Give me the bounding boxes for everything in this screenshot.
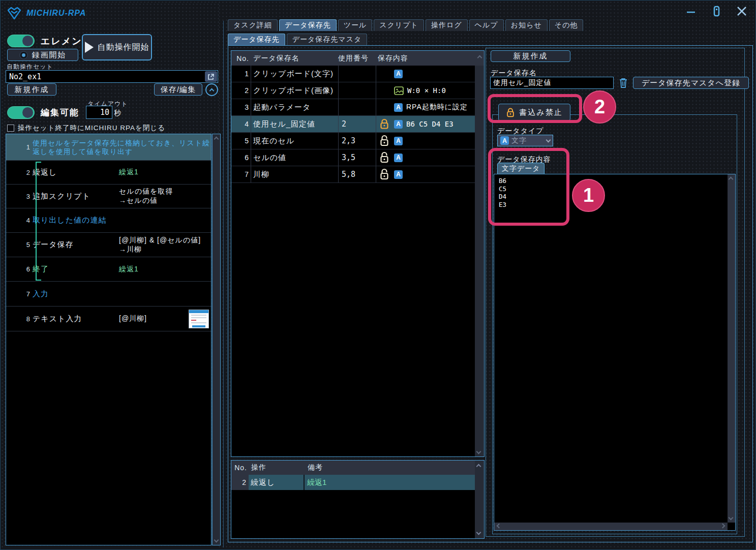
- record-radio-icon: [19, 51, 28, 59]
- datastore-row[interactable]: 6 セルの値 3,5 A: [231, 149, 475, 166]
- operations-table: No. 操作 備考 2 繰返し 繰返1: [231, 460, 485, 539]
- step-list-scrollbar[interactable]: [212, 134, 221, 545]
- operations-header: No. 操作 備考: [231, 461, 484, 475]
- tab-operation-log[interactable]: 操作ログ: [426, 19, 468, 31]
- chevron-down-icon: [546, 137, 551, 142]
- datastore-row-selected[interactable]: 4 使用セル_固定値 2 A B6 C5 D4 E3: [231, 116, 475, 133]
- step-title: 入力: [33, 289, 119, 299]
- datastore-row[interactable]: 7 川柳 5,8 A: [231, 166, 475, 183]
- operations-scrollbar[interactable]: [475, 461, 484, 538]
- step-title: テキスト入力: [33, 314, 119, 324]
- datastore-scrollbar[interactable]: [475, 66, 484, 456]
- tab-news[interactable]: お知らせ: [505, 19, 548, 31]
- content-vertical-scrollbar[interactable]: [728, 174, 735, 523]
- open-external-icon[interactable]: [205, 71, 217, 82]
- datastore-table: No. データ保存名 使用番号 保存内容 1 クリップボード(文字) A 2 ク…: [231, 50, 485, 457]
- collapse-chevron-icon[interactable]: [205, 83, 218, 96]
- timeout-input[interactable]: [86, 106, 112, 119]
- step-list: 1 使用セルをデータ保存先に格納しておき、リスト繰返しを使用して値を取り出す 2…: [6, 134, 211, 545]
- text-type-icon: A: [394, 137, 403, 145]
- tab-script[interactable]: スクリプト: [374, 19, 424, 31]
- register-master-button[interactable]: データ保存先マスタへ登録: [633, 77, 749, 89]
- step-title: 追加スクリプト: [33, 192, 119, 201]
- close-on-finish-checkbox[interactable]: [7, 125, 14, 132]
- step-note: [@川柳] & [@セルの値] →川柳: [119, 236, 211, 254]
- step-thumbnail[interactable]: [189, 310, 209, 328]
- trash-icon[interactable]: [617, 77, 629, 89]
- data-type-select[interactable]: A 文字: [497, 135, 553, 146]
- subtab-data-store-master[interactable]: データ保存先マスタ: [287, 34, 368, 45]
- step-note: 繰返1: [119, 265, 211, 274]
- app-window: MICHIRU-RPA エレメント 録画開始 自動操作開始 自動操作セット: [0, 0, 756, 550]
- tab-other[interactable]: その他: [549, 19, 584, 31]
- datastore-row[interactable]: 3 起動パラメータ A RPA起動時に設定: [231, 99, 475, 116]
- data-content-area: B6 C5 D4 E3: [494, 174, 736, 531]
- annotation-badge-2: 2: [583, 90, 616, 124]
- save-edit-button[interactable]: 保存/編集: [154, 83, 202, 96]
- timeout-unit: 秒: [114, 109, 121, 118]
- text-type-icon: A: [394, 103, 403, 112]
- detail-new-button[interactable]: 新規作成: [491, 50, 570, 62]
- data-type-value: 文字: [511, 136, 544, 145]
- panel-divider: [223, 21, 224, 547]
- maximize-icon[interactable]: [710, 5, 723, 18]
- tab-help[interactable]: ヘルプ: [469, 19, 504, 31]
- annotation-box-1: [488, 148, 569, 226]
- element-toggle[interactable]: [7, 35, 35, 47]
- lock-open-icon: [379, 168, 389, 180]
- lock-closed-icon: [379, 118, 389, 130]
- data-content-textarea[interactable]: B6 C5 D4 E3: [494, 174, 728, 523]
- editable-toggle[interactable]: [7, 106, 35, 119]
- step-note: セルの値を取得 →セルの値: [119, 187, 211, 205]
- lock-open-icon: [379, 151, 389, 164]
- close-on-finish-label: 操作セット終了時にMICHIRU RPAを閉じる: [18, 124, 165, 133]
- tab-tools[interactable]: ツール: [338, 19, 373, 31]
- data-store-name-input[interactable]: [490, 77, 614, 89]
- subtab-data-store[interactable]: データ保存先: [228, 34, 285, 45]
- step-title: 使用セルをデータ保存先に格納しておき、リスト繰返しを使用して値を取り出す: [33, 139, 211, 156]
- text-type-icon: A: [500, 136, 509, 145]
- tab-data-store[interactable]: データ保存先: [279, 19, 337, 31]
- image-type-icon: [394, 86, 404, 95]
- tab-task-detail[interactable]: タスク詳細: [228, 19, 278, 31]
- step-note: 繰返1: [119, 168, 211, 177]
- step-title: データ保存: [33, 240, 119, 250]
- datastore-row[interactable]: 5 現在のセル 2,3 A: [231, 133, 475, 149]
- app-logo: MICHIRU-RPA: [7, 7, 86, 20]
- operations-row-selected[interactable]: 2 繰返し 繰返1: [231, 475, 475, 490]
- step-title: 終了: [33, 264, 119, 274]
- close-icon[interactable]: [735, 5, 748, 18]
- sidebar-new-button[interactable]: 新規作成: [7, 83, 56, 96]
- annotation-badge-1: 1: [572, 179, 605, 212]
- auto-set-input-wrap: [6, 70, 218, 83]
- text-type-icon: A: [394, 70, 403, 78]
- step-row-7[interactable]: 7 入力: [6, 282, 211, 307]
- text-type-icon: A: [394, 154, 403, 162]
- text-type-icon: A: [394, 170, 403, 179]
- step-title: 繰返し: [33, 168, 119, 177]
- app-title: MICHIRU-RPA: [26, 9, 86, 18]
- datastore-row[interactable]: 1 クリップボード(文字) A: [231, 66, 475, 82]
- annotation-box-2: [488, 94, 582, 123]
- text-type-icon: A: [394, 120, 403, 129]
- loop-bracket: [36, 162, 41, 281]
- minimize-icon[interactable]: [684, 5, 698, 18]
- datastore-header: No. データ保存名 使用番号 保存内容: [231, 51, 484, 66]
- play-icon: [85, 42, 94, 53]
- step-row-1[interactable]: 1 使用セルをデータ保存先に格納しておき、リスト繰返しを使用して値を取り出す: [6, 134, 211, 161]
- record-start-button[interactable]: 録画開始: [7, 49, 78, 61]
- step-title: 取り出した値の連結: [33, 216, 119, 225]
- editable-toggle-label: 編集可能: [41, 107, 79, 118]
- content-horizontal-scrollbar[interactable]: [494, 523, 728, 530]
- window-controls: [684, 5, 748, 18]
- main-tab-bar: タスク詳細 データ保存先 ツール スクリプト 操作ログ ヘルプ お知らせ その他: [228, 19, 583, 31]
- lock-open-icon: [379, 135, 389, 147]
- sidebar: MICHIRU-RPA エレメント 録画開始 自動操作開始 自動操作セット: [3, 3, 219, 548]
- sub-tab-bar: データ保存先 データ保存先マスタ: [228, 34, 367, 45]
- auto-start-button[interactable]: 自動操作開始: [82, 34, 152, 60]
- step-row-8[interactable]: 8 テキスト入力 [@川柳]: [6, 307, 211, 331]
- datastore-row[interactable]: 2 クリップボード(画像) W:0 × H:0: [231, 82, 475, 99]
- michiru-logo-icon: [7, 7, 21, 20]
- auto-set-input[interactable]: [6, 72, 205, 81]
